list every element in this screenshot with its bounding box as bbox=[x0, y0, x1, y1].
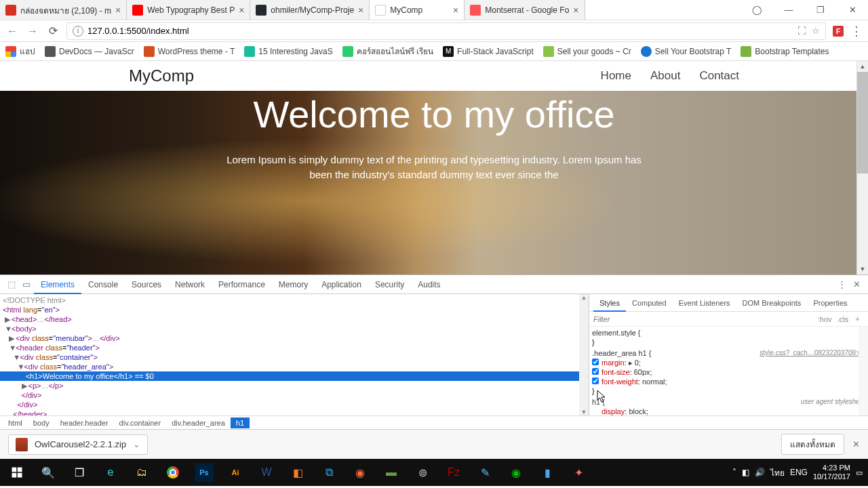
site-info-icon[interactable]: i bbox=[73, 26, 83, 37]
illustrator-icon[interactable]: Ai bbox=[226, 463, 245, 482]
bookmark-item[interactable]: คอร์สออนไลน์ฟรี เรียน bbox=[342, 45, 433, 58]
tab-mycomp[interactable]: MyComp× bbox=[370, 0, 465, 20]
close-downloads-icon[interactable]: ✕ bbox=[852, 439, 860, 449]
translate-icon[interactable]: ⛶ bbox=[797, 26, 806, 36]
menu-icon[interactable]: ⋮ bbox=[850, 24, 863, 39]
nav-home[interactable]: Home bbox=[601, 69, 631, 83]
url-input[interactable] bbox=[87, 26, 793, 36]
styles-filter-input[interactable] bbox=[593, 315, 815, 323]
taskview-icon[interactable]: ❐ bbox=[64, 459, 95, 486]
devtab-security[interactable]: Security bbox=[368, 275, 411, 294]
css-rules[interactable]: element.style {} style.css?_cach…0823220… bbox=[589, 327, 868, 415]
chrome-icon[interactable] bbox=[157, 459, 189, 486]
explorer-icon[interactable]: 🗂 bbox=[126, 459, 157, 486]
bookmark-item[interactable]: WordPress theme - T bbox=[144, 46, 235, 57]
devtools-menu-icon[interactable]: ⋮ bbox=[834, 279, 849, 289]
css-prop-toggle[interactable] bbox=[592, 378, 599, 384]
minimize-button[interactable]: — bbox=[773, 0, 804, 20]
extension-icon[interactable]: F bbox=[833, 26, 844, 37]
add-rule-icon[interactable]: ＋ bbox=[851, 314, 864, 324]
chevron-down-icon[interactable]: ⌄ bbox=[133, 439, 140, 449]
apps-button[interactable]: แอป bbox=[5, 45, 35, 58]
bookmark-star-icon[interactable]: ☆ bbox=[812, 26, 820, 36]
css-prop-toggle[interactable] bbox=[592, 359, 599, 365]
crumb-h1[interactable]: h1 bbox=[231, 418, 250, 428]
devtab-sources[interactable]: Sources bbox=[125, 275, 168, 294]
nav-contact[interactable]: Contact bbox=[699, 69, 739, 83]
css-prop-toggle[interactable] bbox=[592, 368, 599, 375]
properties-tab[interactable]: Properties bbox=[807, 294, 853, 312]
obs-icon[interactable]: ⊚ bbox=[407, 459, 438, 486]
tab-youtube[interactable]: Web Typography Best P× bbox=[127, 0, 250, 20]
tray-chevron-icon[interactable]: ˄ bbox=[732, 468, 736, 477]
devtools-close-icon[interactable]: ✕ bbox=[849, 279, 864, 289]
tab-googlefonts[interactable]: Montserrat - Google Fo× bbox=[465, 0, 585, 20]
address-bar[interactable]: i ⛶ ☆ bbox=[66, 22, 826, 40]
crumb-container[interactable]: div.container bbox=[114, 418, 167, 428]
crumb-body[interactable]: body bbox=[28, 418, 55, 428]
maximize-button[interactable]: ❐ bbox=[805, 0, 836, 20]
devtab-console[interactable]: Console bbox=[81, 275, 125, 294]
devtab-memory[interactable]: Memory bbox=[272, 275, 315, 294]
bookmark-item[interactable]: Sell your goods ~ Cr bbox=[543, 46, 631, 57]
close-icon[interactable]: × bbox=[358, 5, 363, 16]
dom-tree[interactable]: <!DOCTYPE html> <html lang="en"> ▶<head>… bbox=[0, 294, 579, 415]
tab-github[interactable]: ohmiler/MyComp-Proje× bbox=[250, 0, 370, 20]
close-icon[interactable]: × bbox=[239, 5, 244, 16]
download-item[interactable]: OwlCarousel2-2.2.1.zip ⌄ bbox=[8, 434, 148, 455]
close-button[interactable]: ✕ bbox=[837, 0, 868, 20]
devtab-application[interactable]: Application bbox=[315, 275, 368, 294]
volume-icon[interactable]: 🔊 bbox=[755, 468, 765, 477]
page-scrollbar[interactable]: ▲ ▼ bbox=[856, 61, 868, 274]
scroll-down-icon[interactable]: ▼ bbox=[857, 264, 868, 274]
nav-about[interactable]: About bbox=[650, 69, 680, 83]
dom-selected-node[interactable]: <h1>Welcome to my office</h1> == $0 bbox=[0, 371, 579, 381]
xampp-icon[interactable]: ◧ bbox=[282, 459, 313, 486]
start-button[interactable] bbox=[1, 459, 33, 486]
sourcetree-icon[interactable]: ✦ bbox=[563, 459, 594, 486]
postman-icon[interactable]: ◉ bbox=[344, 459, 376, 486]
show-all-downloads[interactable]: แสดงทั้งหมด bbox=[781, 434, 844, 455]
dombreakpoints-tab[interactable]: DOM Breakpoints bbox=[736, 294, 808, 312]
crumb-html[interactable]: html bbox=[3, 418, 28, 428]
word-icon[interactable]: W bbox=[251, 459, 282, 486]
crumb-header[interactable]: header.header bbox=[55, 418, 114, 428]
filezilla-icon[interactable]: Fz bbox=[438, 459, 469, 486]
devtab-audits[interactable]: Audits bbox=[411, 275, 447, 294]
device-toolbar-icon[interactable]: ▭ bbox=[19, 279, 34, 289]
account-icon[interactable]: ◯ bbox=[741, 0, 772, 20]
heidisql-icon[interactable]: ▬ bbox=[376, 459, 407, 486]
eventlisteners-tab[interactable]: Event Listeners bbox=[673, 294, 736, 312]
edge-icon[interactable]: e bbox=[95, 459, 126, 486]
scroll-up-icon[interactable]: ▲ bbox=[857, 61, 868, 72]
system-tray[interactable]: ˄ ◧ 🔊 ไทย ENG bbox=[732, 466, 808, 479]
close-icon[interactable]: × bbox=[453, 5, 458, 16]
notifications-icon[interactable]: ▭ bbox=[856, 468, 863, 477]
app-icon[interactable]: ✎ bbox=[469, 459, 500, 486]
devtab-elements[interactable]: Elements bbox=[34, 275, 81, 294]
tab-gmail[interactable]: กล่องจดหมาย (2,109) - m× bbox=[0, 0, 127, 20]
line-icon[interactable]: ◉ bbox=[500, 459, 532, 486]
hov-toggle[interactable]: :hov bbox=[815, 315, 835, 323]
search-icon[interactable]: 🔍 bbox=[33, 459, 64, 486]
cls-toggle[interactable]: .cls bbox=[835, 315, 852, 323]
taskbar-clock[interactable]: 4:23 PM 10/17/2017 bbox=[813, 464, 850, 481]
inspect-icon[interactable]: ⬚ bbox=[4, 279, 19, 289]
styles-tab[interactable]: Styles bbox=[593, 294, 626, 312]
bookmark-item[interactable]: DevDocs — JavaScr bbox=[45, 46, 134, 57]
reload-button[interactable]: ⟳ bbox=[46, 24, 60, 37]
bookmark-item[interactable]: Bootstrap Templates bbox=[741, 46, 829, 57]
photoshop-icon[interactable]: Ps bbox=[195, 463, 214, 482]
computed-tab[interactable]: Computed bbox=[626, 294, 673, 312]
bookmark-item[interactable]: MFull-Stack JavaScript bbox=[443, 46, 534, 57]
dom-scrollbar[interactable]: ▲▼ bbox=[579, 294, 589, 415]
devtab-network[interactable]: Network bbox=[168, 275, 212, 294]
scrollbar-thumb[interactable] bbox=[857, 72, 868, 174]
crumb-headerarea[interactable]: div.header_area bbox=[166, 418, 231, 428]
lang-indicator[interactable]: ไทย bbox=[770, 466, 785, 479]
close-icon[interactable]: × bbox=[115, 5, 121, 16]
close-icon[interactable]: × bbox=[573, 5, 578, 16]
site-brand[interactable]: MyComp bbox=[129, 66, 194, 85]
network-icon[interactable]: ◧ bbox=[742, 468, 749, 477]
vscode-icon[interactable]: ⧉ bbox=[313, 459, 344, 486]
